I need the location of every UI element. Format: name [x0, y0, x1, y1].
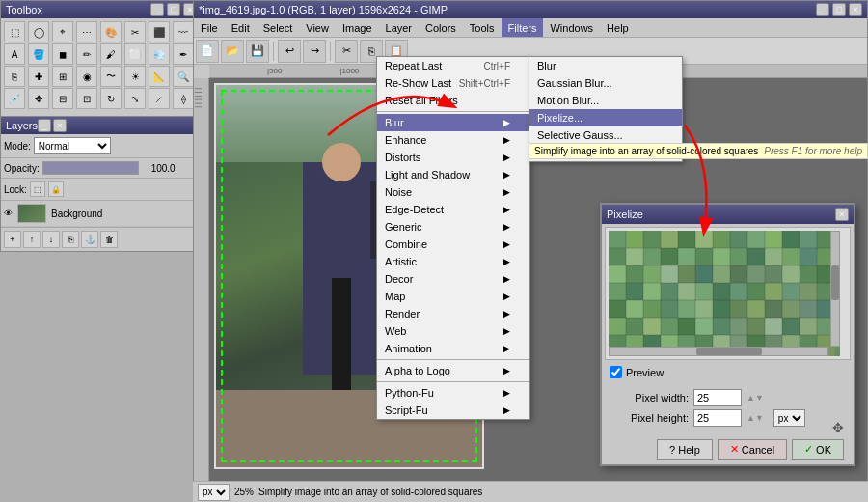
gimp-minimize-button[interactable]: _	[816, 3, 829, 16]
tool-measure[interactable]: 📐	[149, 66, 170, 87]
menu-image[interactable]: Image	[336, 18, 379, 37]
cancel-button[interactable]: ✕ Cancel	[718, 439, 787, 460]
menu-file[interactable]: File	[194, 18, 225, 37]
tool-airbrush[interactable]: 💨	[149, 43, 170, 65]
tool-perspective-clone[interactable]: ⊞	[52, 66, 73, 87]
lower-layer-button[interactable]: ↓	[42, 231, 60, 248]
toolbar-redo[interactable]: ↪	[303, 40, 326, 63]
gimp-close-button[interactable]: ×	[849, 3, 862, 16]
filters-item-enhance[interactable]: Enhance ▶	[377, 131, 529, 149]
blur-item-gaussian[interactable]: Gaussian Blur...	[529, 74, 682, 92]
tool-free-select[interactable]: ⌖	[52, 21, 73, 42]
tool-ink[interactable]: ✒	[173, 43, 194, 65]
preview-checkbox[interactable]	[610, 366, 622, 378]
tool-by-color[interactable]: 🎨	[100, 21, 122, 42]
pixel-width-spinner-icon[interactable]: ▲▼	[746, 393, 764, 403]
tool-crop[interactable]: ⊡	[76, 88, 97, 109]
toolbar-cut[interactable]: ✂	[335, 40, 358, 63]
filters-item-python-fu[interactable]: Python-Fu ▶	[377, 384, 529, 402]
new-layer-button[interactable]: +	[4, 231, 21, 248]
filters-item-map[interactable]: Map ▶	[377, 288, 529, 305]
filters-item-combine[interactable]: Combine ▶	[377, 236, 529, 253]
tool-blend[interactable]: ◼	[52, 43, 73, 65]
layer-visibility-icon[interactable]: 👁	[4, 209, 13, 218]
filters-item-render[interactable]: Render ▶	[377, 305, 529, 322]
ok-button[interactable]: ✓ OK	[792, 439, 844, 460]
tool-ellipse-select[interactable]: ◯	[28, 21, 49, 42]
preview-scrollbar-h[interactable]	[609, 347, 828, 356]
menu-colors[interactable]: Colors	[419, 18, 463, 37]
opacity-slider[interactable]	[42, 161, 139, 175]
filters-item-repeat-last[interactable]: Repeat Last Ctrl+F	[377, 57, 529, 74]
tool-eraser[interactable]: ⬜	[124, 43, 146, 65]
tool-text[interactable]: A	[4, 43, 25, 65]
blur-item-selective-gauss[interactable]: Selective Gauss...	[529, 126, 682, 144]
preview-move-icon[interactable]: ✥	[832, 420, 844, 435]
filters-item-artistic[interactable]: Artistic ▶	[377, 253, 529, 270]
layers-minimize-button[interactable]: _	[38, 119, 51, 132]
blur-item-blur[interactable]: Blur	[529, 57, 682, 74]
tool-bucket-fill[interactable]: 🪣	[28, 43, 49, 65]
tool-paintbrush[interactable]: 🖌	[100, 43, 122, 65]
minimize-button[interactable]: _	[150, 3, 164, 16]
filters-item-edge-detect[interactable]: Edge-Detect ▶	[377, 201, 529, 218]
pixel-height-spinner-icon[interactable]: ▲▼	[746, 413, 764, 423]
toolbar-save[interactable]: 💾	[246, 40, 269, 63]
tool-pencil[interactable]: ✏	[76, 43, 97, 65]
filters-item-generic[interactable]: Generic ▶	[377, 218, 529, 236]
menu-edit[interactable]: Edit	[225, 18, 257, 37]
tool-blur-sharpen[interactable]: ◉	[76, 66, 97, 87]
layer-item[interactable]: 👁 Background	[1, 201, 202, 227]
help-button[interactable]: ? Help	[657, 439, 713, 460]
layers-close-button[interactable]: ×	[53, 119, 67, 132]
menu-help[interactable]: Help	[600, 18, 636, 37]
filters-item-distorts[interactable]: Distorts ▶	[377, 149, 529, 166]
tool-scale[interactable]: ⤡	[124, 88, 146, 109]
pixelize-close-button[interactable]: ×	[835, 208, 849, 221]
filters-item-reshow-last[interactable]: Re-Show Last Shift+Ctrl+F	[377, 74, 529, 92]
filters-item-script-fu[interactable]: Script-Fu ▶	[377, 402, 529, 419]
menu-layer[interactable]: Layer	[379, 18, 420, 37]
unit-select[interactable]: px	[198, 484, 230, 501]
tool-shear[interactable]: ⟋	[149, 88, 170, 109]
lock-pixels-button[interactable]: ⬚	[30, 181, 45, 197]
toolbar-open[interactable]: 📂	[221, 40, 244, 63]
tool-perspective[interactable]: ⟠	[173, 88, 194, 109]
toolbar-new[interactable]: 📄	[196, 40, 219, 63]
preview-scrollbar-v[interactable]	[830, 231, 840, 347]
tool-rotate[interactable]: ↻	[100, 88, 122, 109]
filters-item-decor[interactable]: Decor ▶	[377, 270, 529, 288]
blur-item-motion[interactable]: Motion Blur...	[529, 92, 682, 109]
filters-item-reset-all[interactable]: Reset all Filters	[377, 92, 529, 109]
blend-mode-select[interactable]: Normal	[34, 137, 111, 154]
menu-select[interactable]: Select	[257, 18, 300, 37]
menu-tools[interactable]: Tools	[463, 18, 502, 37]
menu-filters[interactable]: Filters	[502, 18, 544, 37]
maximize-button[interactable]: □	[167, 3, 180, 16]
duplicate-layer-button[interactable]: ⎘	[62, 231, 79, 248]
menu-view[interactable]: View	[299, 18, 336, 37]
menu-windows[interactable]: Windows	[543, 18, 600, 37]
toolbar-undo[interactable]: ↩	[278, 40, 301, 63]
pixel-unit-select[interactable]: px	[773, 409, 805, 427]
filters-item-noise[interactable]: Noise ▶	[377, 183, 529, 201]
tool-move[interactable]: ✥	[28, 88, 49, 109]
filters-item-animation[interactable]: Animation ▶	[377, 340, 529, 357]
filters-item-light-shadow[interactable]: Light and Shadow ▶	[377, 166, 529, 183]
tool-rect-select[interactable]: ⬚	[4, 21, 25, 42]
tool-fuzzy-select[interactable]: ⋯	[76, 21, 97, 42]
tool-smudge[interactable]: 〜	[100, 66, 122, 87]
tool-foreground[interactable]: ⬛	[149, 21, 170, 42]
lock-position-button[interactable]: 🔒	[48, 181, 64, 197]
pixel-width-input[interactable]	[693, 389, 742, 406]
anchor-layer-button[interactable]: ⚓	[81, 231, 98, 248]
raise-layer-button[interactable]: ↑	[23, 231, 41, 248]
tool-paths[interactable]: 〰	[173, 21, 194, 42]
tool-heal[interactable]: ✚	[28, 66, 49, 87]
filters-item-alpha-logo[interactable]: Alpha to Logo ▶	[377, 362, 529, 379]
pixel-height-input[interactable]	[693, 409, 742, 427]
tool-zoom[interactable]: 🔍	[173, 66, 194, 87]
filters-item-web[interactable]: Web ▶	[377, 322, 529, 340]
gimp-maximize-button[interactable]: □	[832, 3, 846, 16]
filters-item-blur[interactable]: Blur ▶	[377, 114, 529, 131]
